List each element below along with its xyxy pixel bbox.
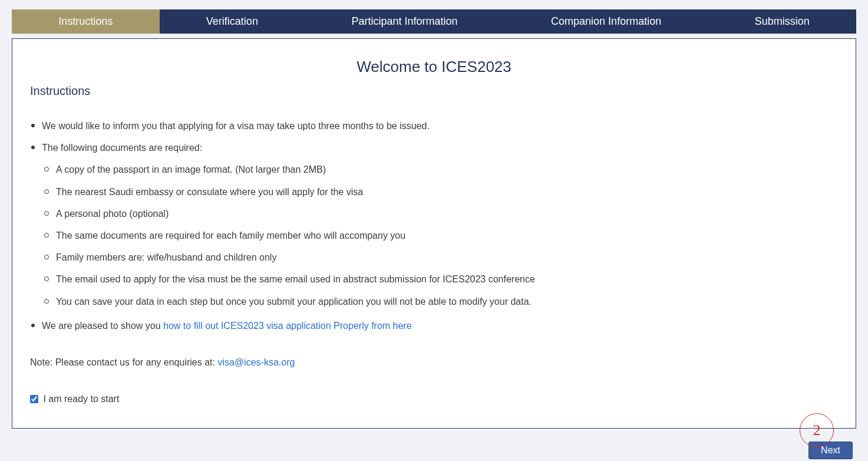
tab-bar: Instructions Verification Participant In… [12,9,856,34]
required-documents-list: A copy of the passport in an image forma… [42,163,838,308]
contact-note-prefix: Note: Please contact us for any enquirie… [30,357,217,367]
list-item: You can save your data in each step but … [42,295,838,308]
page-wrap: Instructions Verification Participant In… [0,0,868,461]
tab-submission[interactable]: Submission [708,9,856,34]
list-item: We would like to inform you that applyin… [30,119,838,133]
list-item: A copy of the passport in an image forma… [42,163,838,176]
section-title-instructions: Instructions [30,84,838,98]
list-item: The following documents are required: A … [30,141,838,308]
tab-instructions[interactable]: Instructions [12,9,160,34]
next-button[interactable]: Next [808,442,853,459]
ready-checkbox[interactable] [30,395,38,403]
list-item-text: The following documents are required: [42,143,202,153]
list-item: The nearest Saudi embassy or consulate w… [42,185,838,199]
list-item: The email used to apply for the visa mus… [42,272,838,286]
tab-companion-information[interactable]: Companion Information [504,9,708,34]
bottom-bar: 2 Next [12,429,856,461]
list-item: We are pleased to show you how to fill o… [30,319,838,332]
welcome-title: Welcome to ICES2023 [30,58,838,76]
list-item: The same documents are required for each… [42,229,838,242]
ready-label[interactable]: I am ready to start [30,394,119,404]
list-item: Family members are: wife/husband and chi… [42,251,838,264]
contact-note: Note: Please contact us for any enquirie… [30,357,838,368]
tab-participant-information[interactable]: Participant Information [305,9,504,34]
tab-verification[interactable]: Verification [160,9,305,34]
instruction-list: We would like to inform you that applyin… [30,119,838,332]
ready-label-text: I am ready to start [41,394,119,404]
content-panel: Welcome to ICES2023 Instructions We woul… [12,38,856,429]
contact-email-link[interactable]: visa@ices-ksa.org [217,357,295,367]
list-item: A personal photo (optional) [42,207,838,220]
list-item-text: We are pleased to show you [42,321,163,331]
how-to-fill-link[interactable]: how to fill out ICES2023 visa applicatio… [163,321,412,331]
ready-row: I am ready to start [30,394,838,404]
